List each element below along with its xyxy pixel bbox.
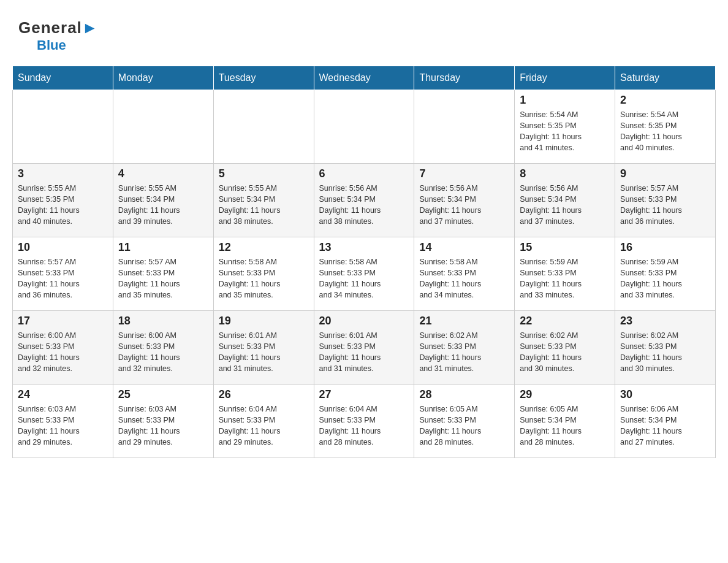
- day-number: 8: [520, 167, 610, 180]
- day-of-week-header: Saturday: [615, 66, 716, 90]
- day-info: Sunrise: 6:02 AMSunset: 5:33 PMDaylight:…: [520, 330, 610, 375]
- calendar-cell: 22Sunrise: 6:02 AMSunset: 5:33 PMDayligh…: [515, 311, 615, 385]
- day-info: Sunrise: 5:57 AMSunset: 5:33 PMDaylight:…: [118, 256, 208, 301]
- logo-general-text: General►: [18, 18, 99, 37]
- calendar-cell: 17Sunrise: 6:00 AMSunset: 5:33 PMDayligh…: [13, 311, 113, 385]
- day-number: 19: [219, 315, 309, 327]
- calendar-cell: 30Sunrise: 6:06 AMSunset: 5:34 PMDayligh…: [615, 385, 716, 458]
- calendar-cell: 14Sunrise: 5:58 AMSunset: 5:33 PMDayligh…: [414, 237, 515, 311]
- day-number: 25: [118, 388, 208, 401]
- day-info: Sunrise: 5:58 AMSunset: 5:33 PMDaylight:…: [419, 256, 509, 301]
- day-number: 10: [18, 241, 108, 254]
- calendar-cell: 9Sunrise: 5:57 AMSunset: 5:33 PMDaylight…: [615, 164, 716, 237]
- day-number: 26: [219, 388, 309, 401]
- day-info: Sunrise: 5:59 AMSunset: 5:33 PMDaylight:…: [620, 256, 710, 301]
- day-info: Sunrise: 6:01 AMSunset: 5:33 PMDaylight:…: [319, 330, 409, 375]
- calendar-cell: 21Sunrise: 6:02 AMSunset: 5:33 PMDayligh…: [414, 311, 515, 385]
- day-number: 16: [620, 241, 710, 254]
- calendar-cell: 3Sunrise: 5:55 AMSunset: 5:35 PMDaylight…: [13, 164, 113, 237]
- day-number: 30: [620, 388, 710, 401]
- calendar-cell: 19Sunrise: 6:01 AMSunset: 5:33 PMDayligh…: [213, 311, 314, 385]
- day-number: 13: [319, 241, 409, 254]
- calendar-cell: 16Sunrise: 5:59 AMSunset: 5:33 PMDayligh…: [615, 237, 716, 311]
- day-number: 4: [118, 167, 208, 180]
- calendar-cell: 2Sunrise: 5:54 AMSunset: 5:35 PMDaylight…: [615, 90, 716, 164]
- day-number: 27: [319, 388, 409, 401]
- calendar-cell: 13Sunrise: 5:58 AMSunset: 5:33 PMDayligh…: [314, 237, 414, 311]
- day-info: Sunrise: 5:59 AMSunset: 5:33 PMDaylight:…: [520, 256, 610, 301]
- day-number: 17: [18, 315, 108, 327]
- day-info: Sunrise: 6:04 AMSunset: 5:33 PMDaylight:…: [219, 404, 309, 448]
- day-info: Sunrise: 6:04 AMSunset: 5:33 PMDaylight:…: [319, 404, 409, 448]
- calendar-cell: 25Sunrise: 6:03 AMSunset: 5:33 PMDayligh…: [113, 385, 213, 458]
- calendar-week-row: 1Sunrise: 5:54 AMSunset: 5:35 PMDaylight…: [13, 90, 716, 164]
- day-number: 7: [419, 167, 509, 180]
- calendar-week-row: 10Sunrise: 5:57 AMSunset: 5:33 PMDayligh…: [13, 237, 716, 311]
- day-number: 18: [118, 315, 208, 327]
- day-number: 15: [520, 241, 610, 254]
- calendar-cell: 6Sunrise: 5:56 AMSunset: 5:34 PMDaylight…: [314, 164, 414, 237]
- calendar-cell: [13, 90, 113, 164]
- calendar-cell: 5Sunrise: 5:55 AMSunset: 5:34 PMDaylight…: [213, 164, 314, 237]
- day-number: 11: [118, 241, 208, 254]
- calendar-cell: 29Sunrise: 6:05 AMSunset: 5:34 PMDayligh…: [515, 385, 615, 458]
- day-info: Sunrise: 6:03 AMSunset: 5:33 PMDaylight:…: [18, 404, 108, 448]
- day-of-week-header: Wednesday: [314, 66, 414, 90]
- day-number: 29: [520, 388, 610, 401]
- day-of-week-header: Thursday: [414, 66, 515, 90]
- day-number: 21: [419, 315, 509, 327]
- calendar-cell: 7Sunrise: 5:56 AMSunset: 5:34 PMDaylight…: [414, 164, 515, 237]
- day-info: Sunrise: 6:02 AMSunset: 5:33 PMDaylight:…: [419, 330, 509, 375]
- calendar-cell: [314, 90, 414, 164]
- day-of-week-header: Sunday: [13, 66, 113, 90]
- day-info: Sunrise: 5:55 AMSunset: 5:35 PMDaylight:…: [18, 183, 108, 228]
- logo-blue-text: Blue: [37, 37, 66, 53]
- day-info: Sunrise: 6:03 AMSunset: 5:33 PMDaylight:…: [118, 404, 208, 448]
- day-info: Sunrise: 5:55 AMSunset: 5:34 PMDaylight:…: [118, 183, 208, 228]
- day-info: Sunrise: 6:00 AMSunset: 5:33 PMDaylight:…: [118, 330, 208, 375]
- calendar-cell: 27Sunrise: 6:04 AMSunset: 5:33 PMDayligh…: [314, 385, 414, 458]
- day-number: 6: [319, 167, 409, 180]
- day-info: Sunrise: 5:56 AMSunset: 5:34 PMDaylight:…: [520, 183, 610, 228]
- day-number: 5: [219, 167, 309, 180]
- day-info: Sunrise: 5:58 AMSunset: 5:33 PMDaylight:…: [319, 256, 409, 301]
- day-info: Sunrise: 5:54 AMSunset: 5:35 PMDaylight:…: [520, 109, 610, 154]
- day-number: 23: [620, 315, 710, 327]
- day-number: 2: [620, 94, 710, 107]
- day-info: Sunrise: 5:55 AMSunset: 5:34 PMDaylight:…: [219, 183, 309, 228]
- day-info: Sunrise: 5:56 AMSunset: 5:34 PMDaylight:…: [319, 183, 409, 228]
- day-number: 20: [319, 315, 409, 327]
- calendar-week-row: 3Sunrise: 5:55 AMSunset: 5:35 PMDaylight…: [13, 164, 716, 237]
- calendar-cell: [213, 90, 314, 164]
- calendar-cell: 24Sunrise: 6:03 AMSunset: 5:33 PMDayligh…: [13, 385, 113, 458]
- day-number: 1: [520, 94, 610, 107]
- day-number: 3: [18, 167, 108, 180]
- day-info: Sunrise: 5:58 AMSunset: 5:33 PMDaylight:…: [219, 256, 309, 301]
- calendar-table: SundayMondayTuesdayWednesdayThursdayFrid…: [12, 66, 716, 458]
- calendar-cell: 18Sunrise: 6:00 AMSunset: 5:33 PMDayligh…: [113, 311, 213, 385]
- calendar-cell: 20Sunrise: 6:01 AMSunset: 5:33 PMDayligh…: [314, 311, 414, 385]
- day-info: Sunrise: 5:57 AMSunset: 5:33 PMDaylight:…: [18, 256, 108, 301]
- calendar-cell: 23Sunrise: 6:02 AMSunset: 5:33 PMDayligh…: [615, 311, 716, 385]
- calendar-week-row: 17Sunrise: 6:00 AMSunset: 5:33 PMDayligh…: [13, 311, 716, 385]
- calendar-cell: 1Sunrise: 5:54 AMSunset: 5:35 PMDaylight…: [515, 90, 615, 164]
- day-info: Sunrise: 6:05 AMSunset: 5:34 PMDaylight:…: [520, 404, 610, 448]
- day-number: 24: [18, 388, 108, 401]
- calendar-cell: [414, 90, 515, 164]
- day-info: Sunrise: 6:01 AMSunset: 5:33 PMDaylight:…: [219, 330, 309, 375]
- day-info: Sunrise: 6:00 AMSunset: 5:33 PMDaylight:…: [18, 330, 108, 375]
- calendar-week-row: 24Sunrise: 6:03 AMSunset: 5:33 PMDayligh…: [13, 385, 716, 458]
- day-number: 22: [520, 315, 610, 327]
- day-info: Sunrise: 5:54 AMSunset: 5:35 PMDaylight:…: [620, 109, 710, 154]
- calendar-cell: 26Sunrise: 6:04 AMSunset: 5:33 PMDayligh…: [213, 385, 314, 458]
- day-of-week-header: Tuesday: [213, 66, 314, 90]
- day-info: Sunrise: 5:56 AMSunset: 5:34 PMDaylight:…: [419, 183, 509, 228]
- day-info: Sunrise: 6:06 AMSunset: 5:34 PMDaylight:…: [620, 404, 710, 448]
- page-header: General► Blue: [12, 12, 716, 59]
- calendar-cell: 28Sunrise: 6:05 AMSunset: 5:33 PMDayligh…: [414, 385, 515, 458]
- day-of-week-header: Friday: [515, 66, 615, 90]
- day-of-week-header: Monday: [113, 66, 213, 90]
- day-info: Sunrise: 5:57 AMSunset: 5:33 PMDaylight:…: [620, 183, 710, 228]
- day-number: 9: [620, 167, 710, 180]
- calendar-cell: 11Sunrise: 5:57 AMSunset: 5:33 PMDayligh…: [113, 237, 213, 311]
